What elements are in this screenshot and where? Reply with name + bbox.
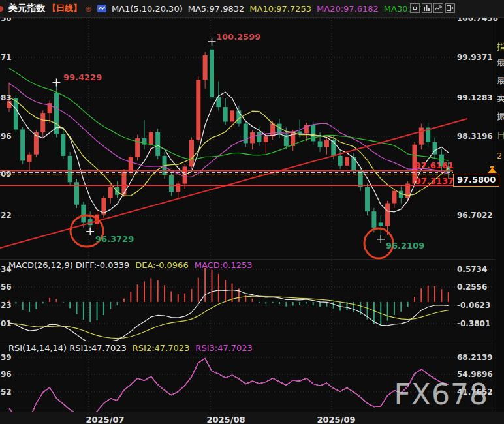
chart-toolbar [410,3,455,13]
watermark: FX678 [394,378,488,411]
ma20-value: MA20:97.6182 [317,4,379,14]
line-chart-icon[interactable] [433,3,443,13]
candlestick-chart-canvas[interactable] [0,0,504,424]
period-label[interactable]: 【日线】 [48,3,82,14]
trading-app: { "header": { "symbol": "美元指数", "period_… [0,0,504,424]
right-edge-panel [496,18,504,412]
ma10-value: MA10:97.7253 [249,4,311,14]
symbol-title: 美元指数 [8,3,45,14]
export-icon[interactable] [445,3,455,13]
circle-plus-icon[interactable]: ⊕ [85,5,92,13]
crosshair-icon[interactable] [410,3,420,13]
ma-indicator-icon[interactable] [97,5,106,12]
ma5-value: MA5:97.9832 [188,4,245,14]
price-flag-icon[interactable] [487,166,497,174]
time-axis-strip [0,412,504,424]
current-price-tag[interactable]: 97.5800 [453,174,499,187]
indicator-icon[interactable] [422,3,432,13]
red-marker-dot [0,6,3,12]
ma-params-label: MA1(5,10,20,30) [112,4,183,14]
